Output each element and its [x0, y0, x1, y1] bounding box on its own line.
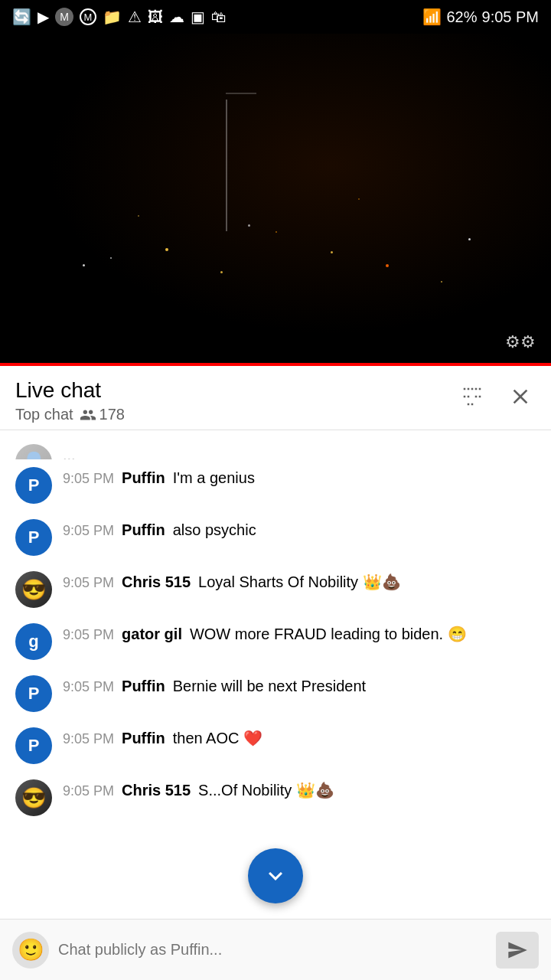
close-button[interactable]: [505, 381, 536, 417]
message-content: ...: [63, 444, 536, 459]
message-text: then AOC ❤️: [173, 727, 262, 749]
video-settings-icon[interactable]: ⚙⚙: [505, 332, 536, 352]
scroll-down-button[interactable]: [248, 848, 303, 903]
chat-message: 😎 9:05 PM Chris 515 Loyal Sharts Of Nobi…: [0, 564, 551, 616]
window-icon: ▣: [191, 8, 205, 26]
message-time: 9:05 PM: [63, 678, 114, 697]
video-player[interactable]: ⚙⚙: [0, 34, 551, 363]
message-author: Puffin: [122, 519, 165, 541]
message-content: 9:05 PM Puffin then AOC ❤️: [63, 727, 536, 749]
chat-input-bar: 🙂: [0, 919, 551, 980]
avatar: P: [15, 675, 52, 712]
message-time: 9:05 PM: [63, 626, 114, 645]
message-author: gator gil: [122, 623, 182, 645]
folder-icon: 📁: [103, 8, 122, 26]
m2-icon: M: [80, 8, 96, 25]
message-author: Chris 515: [122, 779, 191, 801]
chat-message: P 9:05 PM Puffin also psychic: [0, 511, 551, 564]
avatar: 😎: [15, 779, 52, 816]
battery-text: 62%: [446, 8, 477, 26]
message-meta: 9:05 PM gator gil WOW more FRAUD leading…: [63, 623, 536, 645]
avatar: 😎: [15, 571, 52, 608]
avatar-face: 👤: [15, 444, 52, 459]
message-meta: 9:05 PM Puffin then AOC ❤️: [63, 727, 536, 749]
top-chat-label[interactable]: Top chat: [15, 406, 73, 423]
time-text: 9:05 PM: [482, 8, 539, 26]
video-background: [0, 34, 551, 363]
message-time: 9:05 PM: [63, 573, 114, 593]
send-icon: [507, 939, 528, 961]
chat-message: P 9:05 PM Puffin I'm a genius: [0, 459, 551, 511]
message-text: S...Of Nobility 👑💩: [198, 779, 334, 801]
status-bar: 🔄 ▶ M M 📁 ⚠ 🖼 ☁ ▣ 🛍 📶 62% 9:05 PM: [0, 0, 551, 34]
chat-header-right: [458, 381, 536, 417]
message-author: Chris 515: [122, 571, 191, 593]
message-content: 9:05 PM Chris 515 S...Of Nobility 👑💩: [63, 779, 536, 801]
message-text: also psychic: [173, 519, 256, 541]
avatar-face: 😎: [15, 779, 52, 816]
status-right: 📶 62% 9:05 PM: [422, 8, 539, 26]
message-time: 9:05 PM: [63, 521, 114, 541]
message-content: 9:05 PM Puffin I'm a genius: [63, 467, 536, 488]
close-icon: [508, 384, 533, 409]
chat-header-left: Live chat Top chat 178: [15, 378, 125, 423]
message-content: 9:05 PM Chris 515 Loyal Sharts Of Nobili…: [63, 571, 536, 593]
filter-icon: [461, 385, 484, 408]
live-chat-title: Live chat: [15, 378, 125, 403]
alert-icon: ⚠: [128, 8, 142, 26]
chevron-down-icon: [262, 862, 289, 890]
message-meta: 9:05 PM Puffin I'm a genius: [63, 467, 536, 488]
avatar: 👤: [15, 444, 52, 459]
person-icon: [80, 407, 96, 423]
message-time: 9:05 PM: [63, 730, 114, 749]
wifi-icon: 📶: [422, 8, 442, 26]
message-meta: 9:05 PM Puffin also psychic: [63, 519, 536, 541]
viewer-count: 178: [80, 406, 125, 423]
message-text: Loyal Sharts Of Nobility 👑💩: [198, 571, 401, 593]
m-icon: M: [55, 8, 73, 26]
sync-icon: 🔄: [12, 8, 31, 26]
chat-message: g 9:05 PM gator gil WOW more FRAUD leadi…: [0, 616, 551, 668]
filter-button[interactable]: [458, 382, 487, 416]
message-content: 9:05 PM Puffin also psychic: [63, 519, 536, 541]
chat-message: P 9:05 PM Puffin then AOC ❤️: [0, 720, 551, 772]
emoji-icon: 🙂: [18, 937, 44, 962]
chat-message: P 9:05 PM Puffin Bernie will be next Pre…: [0, 668, 551, 720]
image-icon: 🖼: [148, 8, 163, 26]
message-meta: 9:05 PM Puffin Bernie will be next Presi…: [63, 675, 536, 697]
youtube-icon: ▶: [37, 8, 49, 26]
chat-message: 👤 ...: [0, 436, 551, 459]
message-text: WOW more FRAUD leading to biden. 😁: [190, 623, 467, 645]
message-time: 9:05 PM: [63, 782, 114, 801]
avatar-face: 😎: [15, 571, 52, 608]
avatar: P: [15, 467, 52, 504]
message-author: Puffin: [122, 675, 165, 697]
message-time: 9:05 PM: [63, 469, 114, 488]
message-author: Puffin: [122, 727, 165, 749]
message-content: 9:05 PM Puffin Bernie will be next Presi…: [63, 675, 536, 697]
message-content: 9:05 PM gator gil WOW more FRAUD leading…: [63, 623, 536, 645]
message-text: Bernie will be next President: [173, 675, 366, 697]
chat-header: Live chat Top chat 178: [0, 366, 551, 430]
status-icons: 🔄 ▶ M M 📁 ⚠ 🖼 ☁ ▣ 🛍: [12, 8, 227, 26]
chat-subheader: Top chat 178: [15, 406, 125, 423]
chat-input[interactable]: [58, 932, 487, 969]
viewer-count-number: 178: [99, 406, 125, 423]
avatar: P: [15, 519, 52, 556]
cloud-icon: ☁: [169, 8, 184, 26]
avatar: P: [15, 727, 52, 764]
message-meta: 9:05 PM Chris 515 Loyal Sharts Of Nobili…: [63, 571, 536, 593]
message-meta: 9:05 PM Chris 515 S...Of Nobility 👑💩: [63, 779, 536, 801]
message-author: Puffin: [122, 467, 165, 488]
bag-icon: 🛍: [211, 8, 227, 26]
message-text: I'm a genius: [173, 467, 255, 488]
chat-message: 😎 9:05 PM Chris 515 S...Of Nobility 👑💩: [0, 772, 551, 824]
emoji-button[interactable]: 🙂: [12, 932, 49, 969]
avatar: g: [15, 623, 52, 660]
chat-messages: 👤 ... P 9:05 PM Puffin I'm a genius P: [0, 430, 551, 830]
send-button[interactable]: [496, 932, 539, 969]
